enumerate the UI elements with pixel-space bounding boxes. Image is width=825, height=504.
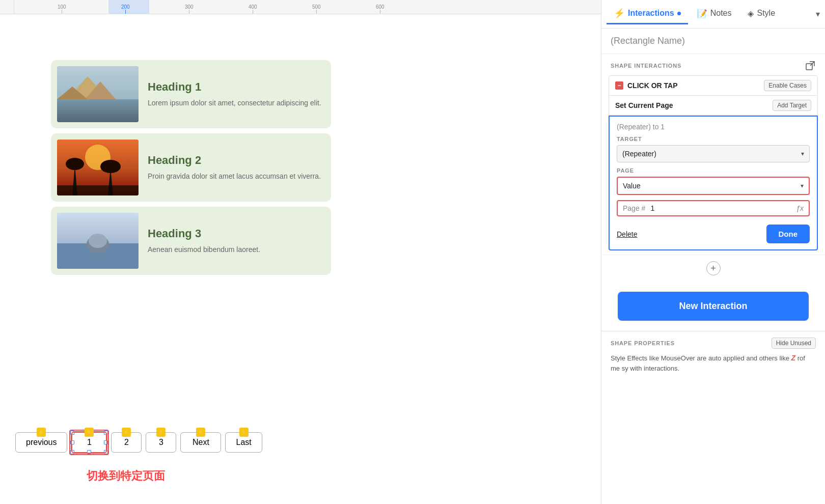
handle-br — [104, 450, 108, 454]
tab-notes[interactable]: 📝 Notes — [690, 5, 739, 24]
page-type-dropdown[interactable]: Value ▾ — [617, 177, 810, 195]
blue-outlined-box: (Repeater) to 1 TARGET (Repeater) ▾ PAGE… — [609, 116, 818, 250]
new-interaction-container: New Interaction — [601, 282, 825, 331]
lightning-badge-last: ⚡ — [239, 428, 249, 437]
add-target-button[interactable]: Add Target — [773, 100, 811, 111]
body-3: Aenean euismod bibendum laoreet. — [148, 244, 260, 255]
handle-tl — [70, 431, 74, 435]
item-text-1: Heading 1 Lorem ipsum dolor sit amet, co… — [148, 80, 321, 108]
action-row: Set Current Page Add Target — [609, 96, 818, 116]
repeater-item-1: Heading 1 Lorem ipsum dolor sit amet, co… — [51, 60, 331, 128]
next-button[interactable]: ⚡ Next — [180, 432, 221, 453]
target-dropdown-value: (Repeater) — [622, 150, 656, 158]
fx-button[interactable]: ƒx — [796, 204, 804, 212]
handle-ml — [70, 440, 74, 444]
previous-button[interactable]: ⚡ previous — [15, 432, 67, 453]
delete-link[interactable]: Delete — [617, 230, 637, 238]
action-name: Set Current Page — [615, 101, 673, 109]
lightning-badge-next: ⚡ — [196, 428, 205, 437]
done-button[interactable]: Done — [766, 225, 810, 243]
repeater-item-3: Heading 3 Aenean euismod bibendum laoree… — [51, 207, 331, 275]
canvas-content: Heading 1 Lorem ipsum dolor sit amet, co… — [0, 14, 601, 504]
page-3-button[interactable]: ⚡ 3 — [146, 432, 176, 453]
panel-corner-arrow: ▾ — [816, 9, 820, 19]
tab-notes-label: Notes — [710, 9, 732, 18]
svg-rect-1 — [57, 99, 139, 122]
svg-point-15 — [89, 234, 107, 248]
lightning-badge-1: ⚡ — [85, 428, 94, 437]
page-1-button[interactable]: ⚡ 1 — [71, 432, 107, 453]
lightning-badge-prev: ⚡ — [37, 428, 46, 437]
heading-2: Heading 2 — [148, 154, 321, 167]
ruler-tick-100: 100 — [58, 4, 66, 14]
handle-bl — [70, 450, 74, 454]
shape-interactions-title: SHAPE INTERACTIONS — [611, 63, 681, 69]
external-link-button[interactable] — [805, 60, 816, 71]
canvas-area: 100 200 300 400 500 600 — [0, 0, 601, 504]
collapse-button[interactable]: − — [615, 81, 623, 90]
handle-mr — [104, 440, 108, 444]
ruler-corner — [0, 0, 14, 14]
handle-bc — [87, 450, 91, 454]
ruler-tick-600: 600 — [376, 4, 384, 14]
action-footer: Delete Done — [617, 221, 810, 243]
z-icon: Z — [791, 353, 796, 363]
notes-icon: 📝 — [697, 9, 707, 18]
item-image-2 — [57, 139, 139, 195]
tab-interactions[interactable]: ⚡ Interactions — [607, 4, 688, 24]
tab-interactions-label: Interactions — [628, 9, 674, 18]
svg-point-8 — [66, 158, 84, 170]
props-description: Style Effects like MouseOver are auto ap… — [611, 353, 816, 374]
page-type-value: Value — [623, 182, 641, 190]
right-panel: ⚡ Interactions 📝 Notes ◈ Style ▾ (Rectan… — [601, 0, 825, 504]
body-1: Lorem ipsum dolor sit amet, consectetur … — [148, 98, 321, 108]
page-2-button[interactable]: ⚡ 2 — [111, 432, 142, 453]
hide-unused-button[interactable]: Hide Unused — [772, 338, 816, 349]
rectangle-name: (Rectangle Name) — [601, 29, 825, 54]
chevron-down-icon: ▾ — [801, 150, 804, 157]
repeater-item-2: Heading 2 Proin gravida dolor sit amet l… — [51, 133, 331, 202]
trigger-header: − CLICK OR TAP Enable Cases — [609, 75, 818, 96]
ruler-tick-300: 300 — [185, 4, 194, 14]
item-image-3 — [57, 213, 139, 269]
repeater-to-1: (Repeater) to 1 — [617, 123, 810, 131]
interactions-dot — [677, 12, 681, 15]
shape-interactions-header: SHAPE INTERACTIONS — [611, 54, 816, 75]
ruler-tick-400: 400 — [249, 4, 257, 14]
panel-tabs: ⚡ Interactions 📝 Notes ◈ Style ▾ — [601, 0, 825, 29]
item-text-3: Heading 3 Aenean euismod bibendum laoree… — [148, 227, 260, 255]
tab-style[interactable]: ◈ Style — [740, 5, 782, 24]
ruler-tick-200: 200 — [121, 4, 130, 14]
lightning-icon: ⚡ — [614, 8, 625, 19]
lightning-badge-2: ⚡ — [122, 428, 131, 437]
last-button[interactable]: ⚡ Last — [225, 432, 262, 453]
item-image-1 — [57, 66, 139, 122]
shape-properties-title: SHAPE PROPERTIES — [611, 340, 675, 346]
enable-cases-button[interactable]: Enable Cases — [764, 80, 811, 91]
ruler-tick-500: 500 — [312, 4, 321, 14]
add-action-button[interactable]: + — [706, 261, 721, 275]
target-dropdown[interactable]: (Repeater) ▾ — [617, 145, 810, 162]
trigger-header-left: − CLICK OR TAP — [615, 81, 678, 90]
interactions-body[interactable]: SHAPE INTERACTIONS − CLICK OR TAP Enable… — [601, 54, 825, 504]
heading-3: Heading 3 — [148, 227, 260, 240]
handle-tr — [104, 431, 108, 435]
chinese-label: 切换到特定页面 — [87, 468, 165, 484]
pagination: ⚡ previous ⚡ 1 ⚡ — [15, 432, 262, 453]
ruler: 100 200 300 400 500 600 — [14, 0, 601, 14]
repeater-widget: Heading 1 Lorem ipsum dolor sit amet, co… — [51, 60, 331, 275]
style-icon: ◈ — [748, 9, 754, 18]
page-hash-value[interactable]: 1 — [650, 204, 796, 212]
props-header: SHAPE PROPERTIES Hide Unused — [611, 338, 816, 349]
heading-1: Heading 1 — [148, 80, 321, 94]
page-hash-label: Page # — [623, 204, 645, 212]
body-2: Proin gravida dolor sit amet lacus accum… — [148, 171, 321, 182]
item-text-2: Heading 2 Proin gravida dolor sit amet l… — [148, 154, 321, 182]
shape-interactions-section: SHAPE INTERACTIONS — [601, 54, 825, 75]
new-interaction-button[interactable]: New Interaction — [618, 292, 809, 321]
tab-style-label: Style — [757, 9, 775, 18]
plus-row: + — [601, 255, 825, 282]
ruler-top: 100 200 300 400 500 600 — [0, 0, 601, 14]
page-chevron-icon: ▾ — [801, 182, 804, 189]
svg-point-10 — [100, 160, 121, 173]
